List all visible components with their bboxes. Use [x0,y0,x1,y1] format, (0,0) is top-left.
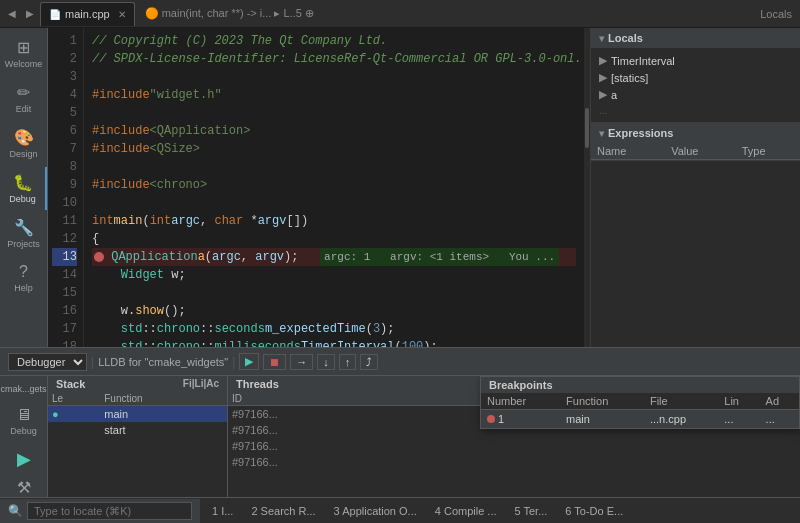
tab-main-cpp[interactable]: 📄 main.cpp ✕ [40,2,135,26]
btab-2[interactable]: 2 Search R... [243,503,323,519]
play-icon-area[interactable]: ▶ [17,448,31,470]
btab-4[interactable]: 4 Compile ... [427,503,505,519]
tab-bar: ◀ ▶ 📄 main.cpp ✕ 🟠 main(int, char **) ->… [0,0,800,28]
sidebar-item-help[interactable]: ? Help [0,257,47,299]
expressions-section: ▾ Expressions Name Value Type [591,123,800,161]
expr-col-value: Value [665,143,736,160]
stack-col-le: Le [48,392,100,406]
code-line-3 [92,68,576,86]
code-line-6: #include <QApplication> [92,122,576,140]
line-num-15: 15 [52,284,77,302]
build-icon-area[interactable]: ⚒ [17,478,31,497]
code-line-18: std::chrono::milliseconds TimerInterval(… [92,338,576,347]
stop-button[interactable]: ⏹ [263,354,286,370]
tab-label: main.cpp [65,8,110,20]
edit-icon: ✏ [17,83,30,102]
expressions-collapse-icon[interactable]: ▾ [599,128,604,139]
code-line-12: { [92,230,576,248]
sidebar-item-welcome[interactable]: ⊞ Welcome [0,32,47,75]
breakpoints-popup-title: Breakpoints [481,377,799,393]
code-line-4: #include "widget.h" [92,86,576,104]
expand-icon-timerinterval[interactable]: ▶ [599,54,607,67]
sidebar-item-projects[interactable]: 🔧 Projects [0,212,47,255]
sidebar-item-debug[interactable]: 🐛 Debug [0,167,47,210]
local-name-a: a [611,89,617,101]
tab-left-arrow[interactable]: ◀ [4,8,20,19]
tab-close-button[interactable]: ✕ [118,9,126,20]
expressions-table: Name Value Type [591,143,800,160]
breakpoints-title: Breakpoints [489,379,553,391]
line-num-3: 3 [52,68,77,86]
code-line-15 [92,284,576,302]
locals-list: ▶ TimerInterval ▶ [statics] ▶ a ... [591,48,800,122]
line-num-2: 2 [52,50,77,68]
bp-col-number: Number [481,393,560,410]
step-into-button[interactable]: ↓ [317,354,335,370]
line-num-13: 13 [52,248,77,266]
cmake-gets-label[interactable]: cmak...gets [0,380,51,398]
edit-label: Edit [16,104,32,114]
stack-level-main: ● [48,406,100,423]
search-input[interactable] [27,502,192,520]
bp-function-1: main [560,410,644,429]
run-to-line-button[interactable]: ⤴ [360,354,378,370]
stack-cols-hint: Fi|Li|Ac [183,378,219,390]
stack-row-main[interactable]: ● main [48,406,227,423]
debugger-mode-select[interactable]: Debugger [8,353,87,371]
local-name-timerinterval: TimerInterval [611,55,675,67]
bp-row-1[interactable]: 1 main ...n.cpp ... ... [481,410,799,429]
btab-6[interactable]: 6 To-Do E... [557,503,631,519]
local-item-timerinterval[interactable]: ▶ TimerInterval [595,52,796,69]
btab-5[interactable]: 5 Ter... [507,503,556,519]
code-lines[interactable]: // Copyright (C) 2023 The Qt Company Ltd… [84,28,584,347]
search-icon: 🔍 [8,504,23,518]
welcome-icon: ⊞ [17,38,30,57]
bottom-debug-icon[interactable]: 🖥 [16,406,32,424]
scrollbar-thumb[interactable] [585,108,589,148]
thread-row-4[interactable]: #97166... [228,454,800,470]
locals-more: ... [599,105,607,116]
expr-col-type: Type [736,143,800,160]
local-item-a[interactable]: ▶ a [595,86,796,103]
bp-col-function: Function [560,393,644,410]
sidebar-item-edit[interactable]: ✏ Edit [0,77,47,120]
bottom-panels: cmak...gets 🖥 Debug ▶ ⚒ Stack Fi|Li|Ac [0,376,800,497]
thread-id-4: #97166... [228,454,800,470]
thread-row-3[interactable]: #97166... [228,438,800,454]
tab-right-arrow[interactable]: ▶ [22,8,38,19]
stack-function-start: start [100,422,227,438]
stack-row-start[interactable]: start [48,422,227,438]
projects-icon: 🔧 [14,218,34,237]
sidebar-item-design[interactable]: 🎨 Design [0,122,47,165]
design-label: Design [9,149,37,159]
step-out-button[interactable]: ↑ [339,354,357,370]
expressions-header[interactable]: ▾ Expressions [591,123,800,143]
code-line-17: std::chrono::seconds m_expectedTime(3); [92,320,576,338]
btab-1[interactable]: 1 I... [204,503,241,519]
expand-icon-statics[interactable]: ▶ [599,71,607,84]
build-icon: ⚒ [17,479,31,496]
debugger-toolbar: Debugger | LLDB for "cmake_widgets" | ▶ … [0,348,800,376]
code-line-1: // Copyright (C) 2023 The Qt Company Ltd… [92,32,576,50]
btab-3[interactable]: 3 Application O... [326,503,425,519]
local-item-statics[interactable]: ▶ [statics] [595,69,796,86]
line-num-12: 12 [52,230,77,248]
stack-panel: Stack Fi|Li|Ac Le Function ● main [48,376,228,497]
locals-header[interactable]: ▾ Locals [591,28,800,48]
expand-icon-a[interactable]: ▶ [599,88,607,101]
code-line-11: int main(int argc, char *argv[]) [92,212,576,230]
lldb-label: LLDB for "cmake_widgets" [98,356,228,368]
monitor-icon: 🖥 [16,406,32,423]
threads-panel: Threads ID #97166... #97166... #97166...… [228,376,800,497]
continue-button[interactable]: ▶ [239,353,259,370]
editor: 1 2 3 4 5 6 7 8 9 10 11 12 13 14 [48,28,590,347]
locals-collapse-icon[interactable]: ▾ [599,33,604,44]
editor-content[interactable]: 1 2 3 4 5 6 7 8 9 10 11 12 13 14 [48,28,590,347]
bp-file-1: ...n.cpp [644,410,718,429]
expressions-title: Expressions [608,127,673,139]
line-num-8: 8 [52,158,77,176]
search-bar: 🔍 [0,499,200,523]
line-numbers: 1 2 3 4 5 6 7 8 9 10 11 12 13 14 [48,28,84,347]
step-over-button[interactable]: → [290,354,313,370]
bottom-debug-label: Debug [10,426,37,436]
